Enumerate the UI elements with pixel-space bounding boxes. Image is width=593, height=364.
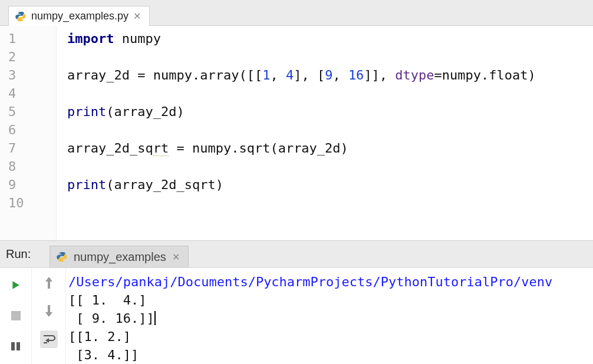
line-number-gutter: 1 2 3 4 5 6 7 8 9 10 <box>0 26 57 240</box>
builtin: print <box>67 177 106 192</box>
code-text: (array_2d_sqrt) <box>106 177 223 192</box>
code-text: , <box>332 68 348 82</box>
svg-point-1 <box>22 19 23 20</box>
code-text: array_2d_sq <box>67 141 153 155</box>
interpreter-path: /Users/pankaj/Documents/PycharmProjects/… <box>68 274 552 289</box>
code-text: , <box>270 68 286 82</box>
line-number: 4 <box>0 84 56 102</box>
code-content[interactable]: import numpy array_2d = numpy.array([[1,… <box>57 26 593 240</box>
rerun-button[interactable] <box>7 276 25 294</box>
run-main-toolbar <box>0 268 32 364</box>
console-output[interactable]: /Users/pankaj/Documents/PycharmProjects/… <box>66 268 593 364</box>
line-number: 10 <box>0 194 56 212</box>
close-tab-icon[interactable]: ✕ <box>133 11 141 22</box>
code-text: =numpy.float) <box>434 68 536 82</box>
line-number: 7 <box>0 139 56 157</box>
run-panel-header: Run: numpy_examples ✕ <box>0 241 593 268</box>
soft-wrap-button[interactable] <box>40 330 58 348</box>
console-line: [[1. 2.] <box>68 329 131 344</box>
run-label: Run: <box>0 241 47 267</box>
line-number: 8 <box>0 157 56 176</box>
tab-filename: numpy_examples.py <box>31 10 129 22</box>
python-file-icon <box>15 11 27 22</box>
line-number: 6 <box>0 121 56 139</box>
line-number: 9 <box>0 176 56 194</box>
kwarg: dtype <box>395 68 434 82</box>
close-run-tab-icon[interactable]: ✕ <box>172 252 180 263</box>
stop-button[interactable] <box>7 307 25 325</box>
console-line: [[ 1. 4.] <box>68 293 146 307</box>
svg-point-2 <box>60 253 61 254</box>
svg-point-0 <box>18 12 19 14</box>
layout-button[interactable] <box>7 337 25 355</box>
cursor <box>154 311 156 325</box>
keyword: import <box>67 31 114 46</box>
editor-tab[interactable]: numpy_examples.py ✕ <box>8 6 150 26</box>
run-config-tab[interactable]: numpy_examples ✕ <box>50 246 189 267</box>
weak-warning: rt <box>153 141 169 156</box>
number: 1 <box>262 68 270 82</box>
code-text: ]], <box>364 68 395 82</box>
code-text: array_2d = numpy.array([[ <box>67 68 262 82</box>
editor-area[interactable]: 1 2 3 4 5 6 7 8 9 10 import numpy array_… <box>0 26 593 240</box>
number: 9 <box>325 68 332 82</box>
scroll-down-button[interactable] <box>40 302 58 320</box>
svg-point-3 <box>63 260 64 261</box>
number: 4 <box>286 68 294 82</box>
line-number: 3 <box>0 66 56 84</box>
scroll-up-button[interactable] <box>40 274 58 292</box>
console-line: [ 9. 16.]] <box>68 311 154 326</box>
builtin: print <box>67 104 106 119</box>
console-line: [3. 4.]] <box>68 348 139 362</box>
code-text: (array_2d) <box>106 104 184 119</box>
code-text: ], [ <box>294 68 325 82</box>
code-text: numpy <box>114 31 160 46</box>
run-panel: Run: numpy_examples ✕ <box>0 240 593 364</box>
run-config-name: numpy_examples <box>74 250 166 264</box>
python-icon <box>56 251 68 263</box>
line-number: 5 <box>0 102 56 121</box>
number: 16 <box>348 68 364 82</box>
run-side-toolbar <box>32 268 66 364</box>
line-number: 1 <box>0 29 56 48</box>
code-text: = numpy.sqrt(array_2d) <box>169 141 348 155</box>
editor-tab-bar: numpy_examples.py ✕ <box>0 0 593 26</box>
line-number: 2 <box>0 48 56 66</box>
